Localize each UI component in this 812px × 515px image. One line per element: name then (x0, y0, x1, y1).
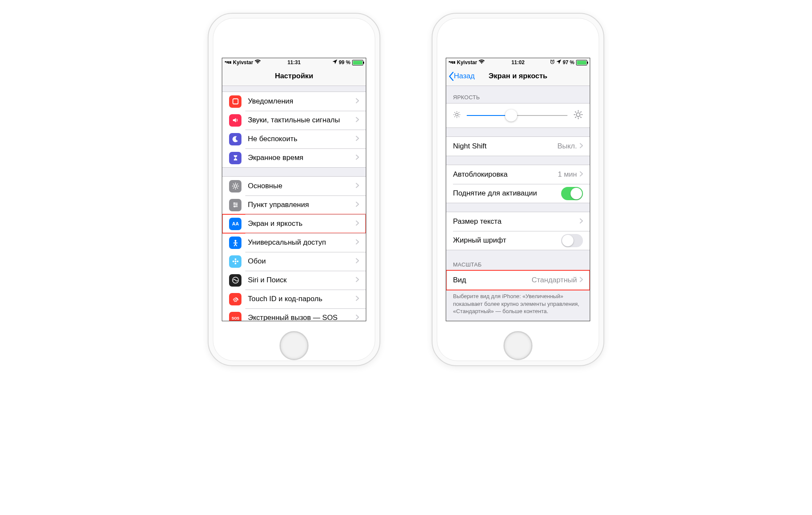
raise-to-wake-row: Поднятие для активации (446, 184, 590, 203)
zoom-label: Вид (453, 276, 532, 284)
wifi-icon (479, 59, 485, 65)
bold-toggle[interactable] (561, 234, 583, 247)
settings-row-label: Экранное время (248, 154, 356, 162)
chevron-right-icon (356, 276, 359, 284)
settings-row-screentime[interactable]: Экранное время (222, 148, 366, 167)
autolock-label: Автоблокировка (453, 170, 558, 179)
battery-percent: 97 % (563, 59, 574, 65)
settings-row-label: Уведомления (248, 97, 356, 106)
clock: 11:31 (288, 59, 301, 65)
svg-text:AA: AA (232, 221, 239, 226)
svg-line-44 (580, 117, 582, 118)
settings-row-accessibility[interactable]: Универсальный доступ (222, 233, 366, 252)
notifications-icon (229, 95, 241, 108)
settings-row-label: Не беспокоить (248, 135, 356, 143)
night-shift-row[interactable]: Night Shift Выкл. (446, 137, 590, 156)
svg-point-22 (237, 260, 238, 262)
chevron-right-icon (356, 239, 359, 246)
signal-icon (225, 61, 231, 64)
display-icon: AA (229, 218, 241, 230)
wifi-icon (255, 59, 261, 65)
chevron-right-icon (356, 182, 359, 190)
svg-line-6 (233, 184, 234, 184)
svg-point-38 (577, 113, 580, 117)
phone-frame-left: Kyivstar 11:31 99 % На (208, 13, 380, 366)
settings-row-touchid[interactable]: Touch ID и код-пароль (222, 290, 366, 308)
carrier-label: Kyivstar (233, 59, 253, 65)
screentime-icon (229, 152, 241, 164)
clock: 11:02 (512, 59, 525, 65)
settings-row-control-center[interactable]: Пункт управления (222, 195, 366, 214)
settings-row-display[interactable]: AAЭкран и яркость (222, 214, 366, 233)
settings-row-sounds[interactable]: Звуки, тактильные сигналы (222, 111, 366, 130)
svg-point-21 (232, 260, 234, 262)
siri-icon (229, 274, 241, 287)
settings-row-sos[interactable]: SOSЭкстренный вызов — SOS (222, 308, 366, 321)
control-center-icon (229, 199, 241, 211)
chevron-right-icon (356, 314, 359, 321)
home-button[interactable] (503, 331, 533, 360)
settings-row-general[interactable]: Основные (222, 177, 366, 195)
chevron-right-icon (580, 142, 583, 150)
status-bar: Kyivstar 11:31 99 % (222, 58, 366, 67)
sos-icon: SOS (229, 312, 241, 321)
brightness-slider[interactable] (467, 110, 568, 121)
chevron-right-icon (356, 258, 359, 265)
svg-point-29 (456, 113, 458, 116)
chevron-right-icon (580, 171, 583, 178)
svg-line-9 (237, 184, 238, 184)
zoom-header: МАСШТАБ (446, 259, 590, 270)
back-button[interactable]: Назад (446, 72, 475, 81)
svg-line-8 (233, 188, 234, 189)
settings-row-notifications[interactable]: Уведомления (222, 92, 366, 111)
status-bar: Kyivstar 11:02 97 % (446, 58, 590, 67)
screen-right: Kyivstar 11:02 97 % (446, 58, 590, 321)
svg-point-14 (236, 204, 238, 206)
svg-line-37 (459, 112, 459, 113)
home-button[interactable] (279, 331, 309, 360)
dnd-icon (229, 133, 241, 145)
sun-small-icon (453, 111, 461, 120)
chevron-right-icon (356, 154, 359, 162)
nav-bar: Настройки (222, 67, 366, 86)
settings-row-siri[interactable]: Siri и Поиск (222, 271, 366, 290)
chevron-right-icon (356, 295, 359, 303)
chevron-right-icon (356, 98, 359, 105)
carrier-label: Kyivstar (457, 59, 477, 65)
text-size-row[interactable]: Размер текста (446, 212, 590, 231)
chevron-right-icon (356, 116, 359, 124)
night-shift-label: Night Shift (453, 142, 557, 151)
touchid-icon (229, 293, 241, 305)
chevron-right-icon (356, 135, 359, 143)
settings-row-label: Экран и яркость (248, 219, 356, 228)
display-zoom-row[interactable]: Вид Стандартный (446, 271, 590, 290)
svg-line-43 (575, 112, 577, 113)
svg-line-7 (237, 188, 238, 189)
settings-row-wallpaper[interactable]: Обои (222, 252, 366, 271)
svg-line-35 (459, 116, 459, 117)
svg-point-18 (235, 260, 236, 262)
battery-percent: 99 % (339, 59, 350, 65)
signal-icon (449, 61, 455, 64)
alarm-icon (550, 59, 555, 65)
settings-row-label: Siri и Поиск (248, 276, 356, 284)
sounds-icon (229, 114, 241, 127)
chevron-right-icon (580, 218, 583, 225)
svg-line-36 (454, 116, 455, 117)
location-icon (556, 59, 561, 65)
bold-text-row: Жирный шрифт (446, 231, 590, 250)
night-shift-value: Выкл. (557, 142, 577, 151)
back-label: Назад (454, 72, 475, 80)
zoom-footer: Выберите вид для iPhone: «Увеличенный» п… (446, 290, 590, 318)
settings-row-dnd[interactable]: Не беспокоить (222, 130, 366, 148)
page-title: Настройки (222, 72, 366, 80)
settings-row-label: Touch ID и код-пароль (248, 295, 356, 303)
svg-line-45 (575, 117, 577, 118)
autolock-row[interactable]: Автоблокировка 1 мин (446, 165, 590, 184)
raise-toggle[interactable] (561, 187, 583, 200)
chevron-right-icon (356, 201, 359, 209)
settings-row-label: Звуки, тактильные сигналы (248, 116, 356, 124)
autolock-value: 1 мин (558, 170, 577, 179)
raise-label: Поднятие для активации (453, 189, 561, 198)
sun-large-icon (574, 110, 583, 121)
